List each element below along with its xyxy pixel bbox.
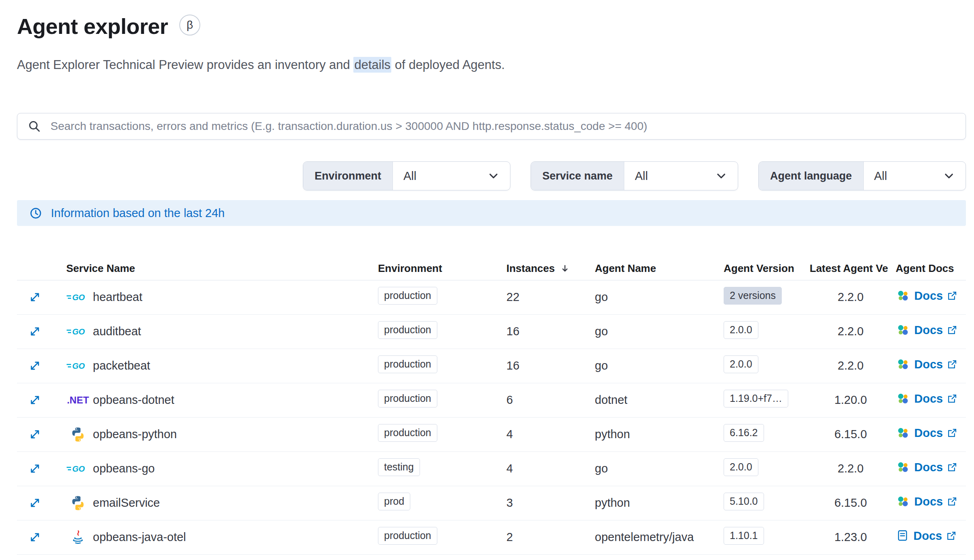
beta-badge: β	[179, 15, 200, 36]
col-header-agent-version[interactable]: Agent Version	[724, 257, 810, 280]
expand-cell	[17, 314, 66, 349]
svg-text:GO: GO	[72, 327, 85, 336]
subtitle-text-post: of deployed Agents.	[391, 58, 505, 72]
agent-docs-icon	[896, 357, 910, 372]
subtitle-highlight: details	[353, 57, 391, 73]
service-name: packetbeat	[93, 359, 150, 372]
time-range-banner: Information based on the last 24h	[17, 200, 966, 226]
docs-link[interactable]: Docs	[896, 323, 957, 337]
col-header-instances[interactable]: Instances	[506, 257, 595, 280]
service-name-cell: GO .NET	[66, 520, 378, 554]
docs-link[interactable]: Docs	[896, 426, 957, 440]
go-logo-icon: GO	[67, 360, 89, 372]
instances-cell: 6	[506, 383, 595, 417]
agent-docs-cell: Docs	[896, 417, 966, 451]
service-name-cell: GO .NET	[66, 280, 378, 314]
page-header: Agent explorer β	[17, 14, 966, 39]
page-subtitle: Agent Explorer Technical Preview provide…	[17, 57, 966, 73]
service-name-cell: GO .NET	[66, 349, 378, 383]
col-header-agent-name[interactable]: Agent Name	[595, 257, 724, 280]
instances-cell: 16	[506, 349, 595, 383]
col-header-latest-agent-version[interactable]: Latest Agent Ve	[810, 257, 896, 280]
agent-docs-cell: Docs	[896, 520, 966, 554]
expand-icon	[29, 531, 41, 543]
docs-link-label: Docs	[914, 426, 943, 440]
service-name-cell: GO .NET	[66, 451, 378, 486]
expand-row-button[interactable]	[17, 326, 41, 337]
latest-agent-version-cell: 1.20.0	[810, 383, 896, 417]
table-row: GO .NET	[17, 451, 966, 486]
go-logo-icon: GO	[67, 292, 89, 303]
docs-link[interactable]: Docs	[896, 494, 957, 509]
service-name-cell: GO .NET	[66, 486, 378, 520]
expand-row-button[interactable]	[17, 291, 41, 303]
agent-docs-icon	[896, 460, 910, 474]
search-icon	[28, 120, 41, 133]
subtitle-text-pre: Agent Explorer Technical Preview provide…	[17, 58, 353, 72]
service-name: opbeans-java-otel	[93, 531, 186, 544]
filter-environment-select[interactable]: All	[393, 162, 510, 190]
expand-row-button[interactable]	[17, 360, 41, 372]
expand-cell	[17, 417, 66, 451]
agent-version-badge: 6.16.2	[724, 424, 764, 441]
environment-badge: production	[378, 424, 437, 441]
table-header-row: Service Name Environment Instances Agent…	[17, 257, 966, 280]
expand-row-button[interactable]	[17, 463, 41, 474]
service-name: heartbeat	[93, 290, 143, 304]
agent-docs-cell: Docs	[896, 383, 966, 417]
col-header-service-name[interactable]: Service Name	[66, 257, 378, 280]
docs-link-label: Docs	[914, 495, 943, 508]
environment-badge: production	[378, 390, 437, 407]
svg-text:GO: GO	[72, 464, 85, 473]
agent-name-cell: go	[595, 451, 724, 486]
instances-cell: 4	[506, 417, 595, 451]
latest-agent-version-cell: 6.15.0	[810, 486, 896, 520]
chevron-down-icon	[715, 170, 727, 182]
service-name: opbeans-go	[93, 462, 155, 475]
expand-cell	[17, 520, 66, 554]
page-title: Agent explorer	[17, 14, 168, 39]
filter-agent-language-select[interactable]: All	[864, 162, 966, 190]
latest-agent-version-cell: 2.2.0	[810, 314, 896, 349]
docs-link[interactable]: Docs	[896, 288, 957, 303]
agent-version-badge: 1.19.0+f7…	[724, 390, 788, 407]
table-body: GO .NET	[17, 280, 966, 554]
expand-row-button[interactable]	[17, 531, 41, 543]
service-name: opbeans-dotnet	[93, 393, 174, 407]
filter-service-name: Service name All	[531, 161, 738, 190]
external-link-icon	[947, 325, 957, 335]
docs-link[interactable]: Docs	[896, 529, 957, 543]
external-link-icon	[946, 531, 957, 541]
agent-name-cell: opentelemetry/java	[595, 520, 724, 554]
service-name-cell: GO .NET	[66, 383, 378, 417]
docs-link[interactable]: Docs	[896, 357, 957, 372]
col-header-environment[interactable]: Environment	[378, 257, 506, 280]
expand-icon	[29, 291, 41, 303]
environment-badge: production	[378, 321, 437, 339]
filter-service-name-select[interactable]: All	[624, 162, 738, 190]
agent-name-cell: go	[595, 349, 724, 383]
agents-table: Service Name Environment Instances Agent…	[17, 257, 966, 555]
filter-agent-language: Agent language All	[758, 161, 966, 190]
col-header-agent-docs[interactable]: Agent Docs	[896, 257, 966, 280]
expand-row-button[interactable]	[17, 497, 41, 509]
docs-link[interactable]: Docs	[896, 460, 957, 474]
expand-row-button[interactable]	[17, 428, 41, 440]
agent-version-cell: 5.10.0	[724, 486, 810, 520]
agent-docs-icon	[896, 323, 910, 337]
service-name: auditbeat	[93, 325, 141, 338]
agent-docs-cell: Docs	[896, 280, 966, 314]
agent-version-cell: 2.0.0	[724, 349, 810, 383]
instances-cell: 22	[506, 280, 595, 314]
table-row: GO .NET	[17, 520, 966, 554]
agent-version-badge: 5.10.0	[724, 493, 764, 510]
docs-link[interactable]: Docs	[896, 391, 957, 406]
environment-cell: production	[378, 280, 506, 314]
expand-row-button[interactable]	[17, 394, 41, 406]
latest-agent-version-cell: 2.2.0	[810, 280, 896, 314]
environment-cell: testing	[378, 451, 506, 486]
table-row: GO .NET	[17, 349, 966, 383]
environment-cell: production	[378, 349, 506, 383]
search-input[interactable]	[50, 119, 955, 133]
expand-icon	[29, 326, 41, 337]
